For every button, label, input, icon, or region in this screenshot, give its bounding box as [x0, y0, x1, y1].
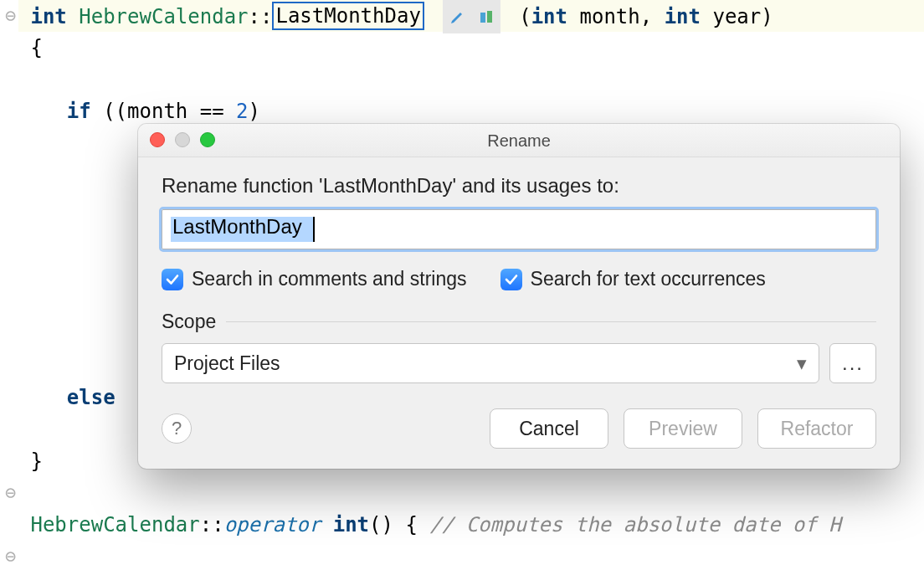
code-line[interactable]: if ((month == 2): [18, 95, 924, 127]
dialog-titlebar[interactable]: Rename: [138, 124, 900, 157]
fold-marker-icon[interactable]: ⊖: [5, 541, 16, 572]
close-icon[interactable]: [150, 132, 165, 147]
dialog-title: Rename: [487, 131, 551, 150]
checkbox-checked-icon: [162, 269, 183, 290]
keyword-int: int: [30, 5, 66, 28]
pencil-icon: [449, 8, 466, 25]
minimize-icon[interactable]: [175, 132, 190, 147]
code-line[interactable]: [18, 477, 924, 509]
preview-button[interactable]: Preview: [624, 408, 742, 449]
rename-dialog: Rename Rename function 'LastMonthDay' an…: [138, 124, 900, 469]
refactor-button[interactable]: Refactor: [757, 408, 876, 449]
dialog-prompt: Rename function 'LastMonthDay' and its u…: [162, 174, 876, 198]
implementation-icon: [479, 9, 494, 24]
help-button[interactable]: ?: [162, 413, 192, 444]
window-controls: [150, 132, 215, 147]
code-line[interactable]: int HebrewCalendar::LastMonthDay (int mo…: [18, 0, 924, 32]
svg-rect-0: [480, 13, 485, 23]
text-caret: [313, 217, 315, 242]
cancel-button[interactable]: Cancel: [490, 408, 608, 449]
search-comments-checkbox[interactable]: Search in comments and strings: [162, 268, 467, 290]
new-name-field[interactable]: LastMonthDay: [162, 209, 876, 249]
scope-value: Project Files: [174, 352, 280, 375]
svg-rect-1: [487, 11, 492, 23]
scope-select[interactable]: Project Files ▾: [162, 343, 819, 383]
scope-label: Scope: [162, 311, 216, 333]
fold-marker-icon[interactable]: ⊖: [5, 477, 16, 509]
fold-marker-icon[interactable]: ⊖: [5, 0, 16, 32]
code-line[interactable]: [18, 64, 924, 95]
divider: [226, 321, 876, 322]
gutter-action-icons[interactable]: [443, 0, 500, 33]
search-text-occurrences-checkbox[interactable]: Search for text occurrences: [501, 268, 766, 290]
editor-gutter: ⊖ ⊖ ⊖: [0, 0, 18, 575]
class-name: HebrewCalendar: [79, 5, 248, 28]
checkbox-label: Search for text occurrences: [531, 268, 766, 290]
chevron-down-icon: ▾: [797, 352, 807, 375]
checkbox-checked-icon: [501, 269, 522, 290]
new-name-input[interactable]: [162, 209, 876, 249]
checkbox-label: Search in comments and strings: [192, 268, 467, 290]
code-line[interactable]: {: [18, 32, 924, 64]
rename-target[interactable]: LastMonthDay: [272, 2, 424, 30]
scope-more-button[interactable]: ...: [829, 343, 876, 383]
maximize-icon[interactable]: [200, 132, 215, 147]
code-line[interactable]: HebrewCalendar::operator int() { // Comp…: [18, 509, 924, 541]
